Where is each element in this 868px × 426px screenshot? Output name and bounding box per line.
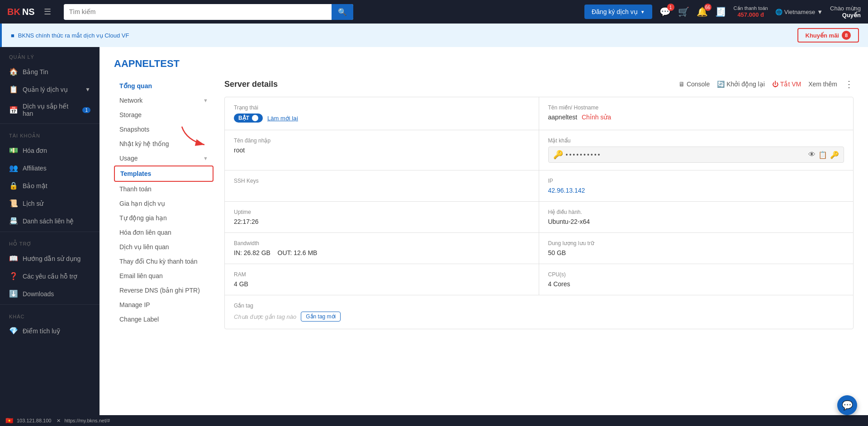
monitor-icon: 🖥 [678,80,685,88]
nav-item-network[interactable]: Network ▼ [114,93,213,108]
detail-cell-hostname: Tên miền/ Hostname aapneltest Chỉnh sửa [539,97,854,130]
search-button[interactable]: 🔍 [332,4,353,20]
nav-item-hoadonlienquan[interactable]: Hóa đơn liên quan [114,225,213,240]
content-area: AAPNELTEST Tổng quan [100,47,868,415]
hamburger-icon[interactable]: ☰ [44,7,51,17]
os-label: Hệ điều hành. [548,209,844,215]
promo-button[interactable]: Khuyến mãi 8 [797,28,859,43]
detail-row-tag: Gắn tag Chưa được gắn tag nào Gắn tag mớ… [225,295,853,329]
sidebar-item-baomatc[interactable]: 🔒 Bảo mật [0,177,100,194]
detail-row-status: Trạng thái BẬT Làm mới lại [225,97,853,130]
left-nav: Tổng quan Network ▼ Storage Snapshots Nh… [114,79,213,329]
search-box: 🔍 [64,4,353,20]
detail-cell-ip: IP 42.96.13.142 [539,170,854,201]
page-title: AAPNELTEST [114,58,854,70]
sidebar-title-support: HỖ TRỢ [0,234,100,250]
flag-icon: 🇻🇳 [5,417,13,424]
cart-icon[interactable]: 🛒 [678,6,689,17]
content-inner: AAPNELTEST Tổng quan [100,47,868,340]
sidebar-item-downloads[interactable]: ⬇️ Downloads [0,285,100,303]
uptime-value: 22:17:26 [234,218,530,225]
nav-item-storage[interactable]: Storage [114,108,213,122]
need-pay[interactable]: Cần thanh toán 457.000 đ [734,5,768,18]
support-icon: ❓ [9,272,18,280]
key-icon[interactable]: 🔑 [830,151,839,159]
restart-button[interactable]: 🔄 Khởi động lại [717,80,765,88]
nav-item-tongguan[interactable]: Tổng quan [114,79,213,93]
nav-item-emaillienquan[interactable]: Email liên quan [114,269,213,283]
download-icon: ⬇️ [9,289,18,298]
eye-icon[interactable]: 👁 [808,151,816,159]
detail-cell-storage: Dung lượng lưu trữ 50 GB [539,233,854,264]
language-selector[interactable]: 🌐 Vietnamese ▼ [775,9,823,15]
toggle-circle [252,115,258,121]
sidebar-item-quanlydichvu[interactable]: 📋 Quản lý dịch vụ ▼ [0,80,100,98]
sidebar-item-saphethan[interactable]: 📅 Dịch vụ sắp hết han 1 [0,98,100,122]
sidebar-section-account: TÀI KHOẢN 💵 Hóa đơn 👥 Affiliates 🔒 Bảo m… [0,126,100,230]
ssh-label: SSH Keys [234,178,530,184]
storage-label: Dung lượng lưu trữ [548,240,844,246]
sidebar-item-diemtichluy[interactable]: 💎 Điểm tích luỹ [0,322,100,340]
security-icon: 🔒 [9,181,18,190]
detail-row-ram: RAM 4 GB CPU(s) 4 Cores [225,264,853,295]
sidebar-item-yeucauhotro[interactable]: ❓ Các yêu cầu hỗ trợ [0,267,100,285]
nav-item-thanhtoan[interactable]: Thanh toán [114,182,213,196]
nav-item-changelabel[interactable]: Change Label [114,312,213,327]
sidebar-section-other: KHÁC 💎 Điểm tích luỹ [0,307,100,340]
detail-cell-ram: RAM 4 GB [225,264,539,295]
tag-label: Gắn tag [234,303,844,309]
sidebar-item-hoadon[interactable]: 💵 Hóa đơn [0,142,100,159]
sidebar-title-other: KHÁC [0,307,100,322]
chevron-right-icon: ▼ [85,86,90,93]
reload-link[interactable]: Làm mới lại [267,115,298,122]
topbar-right: Đăng ký dịch vụ ▼ 💬 1 🛒 🔔 66 🧾 Cần thanh… [584,5,861,19]
sidebar-item-affiliates[interactable]: 👥 Affiliates [0,159,100,177]
ram-label: RAM [234,271,530,278]
status-close-button[interactable]: ✕ [57,418,61,424]
sidebar-item-lichsu[interactable]: 📜 Lịch sử [0,194,100,212]
chevron-icon-usage: ▼ [203,156,208,161]
tag-new-button[interactable]: Gắn tag mới [301,312,341,322]
nav-item-giahan[interactable]: Gia hạn dịch vụ [114,196,213,211]
message-icon[interactable]: 💬 1 [659,6,671,17]
sidebar-item-bangtin[interactable]: 🏠 Bảng Tin [0,63,100,80]
search-input[interactable] [64,5,332,19]
detail-row-bandwidth: Bandwidth IN: 26.82 GB OUT: 12.6 MB Dung… [225,233,853,264]
login-label: Tên đăng nhập [234,137,530,144]
register-service-button[interactable]: Đăng ký dịch vụ ▼ [584,5,652,19]
ip-value: 42.96.13.142 [548,187,844,194]
detail-cell-bandwidth: Bandwidth IN: 26.82 GB OUT: 12.6 MB [225,233,539,264]
topbar: BKNS ☰ 🔍 Đăng ký dịch vụ ▼ 💬 1 🛒 🔔 66 🧾 … [0,0,868,24]
promo-banner: ■ BKNS chính thức ra mắt dịch vụ Cloud V… [0,24,868,47]
nav-item-usage[interactable]: Usage ▼ [114,151,213,166]
red-arrow-indicator [177,122,213,149]
billing-icon[interactable]: 🧾 [715,6,726,17]
status-row: BẬT Làm mới lại [234,114,530,123]
content-cols: Tổng quan Network ▼ Storage Snapshots Nh… [114,79,854,329]
stop-vm-button[interactable]: ⏻ Tắt VM [772,80,801,88]
sidebar-item-danhsachlienhe[interactable]: 📇 Danh sách liên hệ [0,212,100,230]
nav-item-tudonggiahan[interactable]: Tự động gia hạn [114,211,213,225]
sidebar-title-management: QUẢN LÝ [0,47,100,63]
cpu-label: CPU(s) [548,271,844,278]
nav-item-templates[interactable]: Templates [114,166,213,182]
nav-item-reversedns[interactable]: Reverse DNS (bản ghi PTR) [114,283,213,298]
copy-icon[interactable]: 📋 [818,151,827,159]
chat-bubble-button[interactable]: 💬 [837,395,857,415]
more-button[interactable]: Xem thêm [808,80,837,88]
sidebar-item-huongdan[interactable]: 📖 Hướng dẫn sử dụng [0,250,100,267]
nav-item-thayoichuky[interactable]: Thay đổi Chu kỳ thanh toán [114,254,213,269]
notification-icon[interactable]: 🔔 66 [697,6,708,17]
detail-row-uptime: Uptime 22:17:26 Hệ điều hành. Ubuntu-22-… [225,202,853,233]
hostname-edit-link[interactable]: Chỉnh sửa [582,114,611,121]
console-button[interactable]: 🖥 Console [678,80,710,88]
bandwidth-value: IN: 26.82 GB OUT: 12.6 MB [234,249,530,256]
ram-value: 4 GB [234,280,530,288]
password-manager-icon: 🔑 [553,150,563,160]
hostname-label: Tên miền/ Hostname [548,104,844,111]
status-toggle[interactable]: BẬT [234,114,263,123]
nav-item-dichvulienquan[interactable]: Dịch vụ liên quan [114,240,213,254]
nav-item-manageip[interactable]: Manage IP [114,298,213,312]
detail-cell-password: Mật khẩu 🔑 •••••••••• 👁 📋 🔑 [539,130,854,170]
kebab-menu-button[interactable]: ⋮ [844,79,854,90]
